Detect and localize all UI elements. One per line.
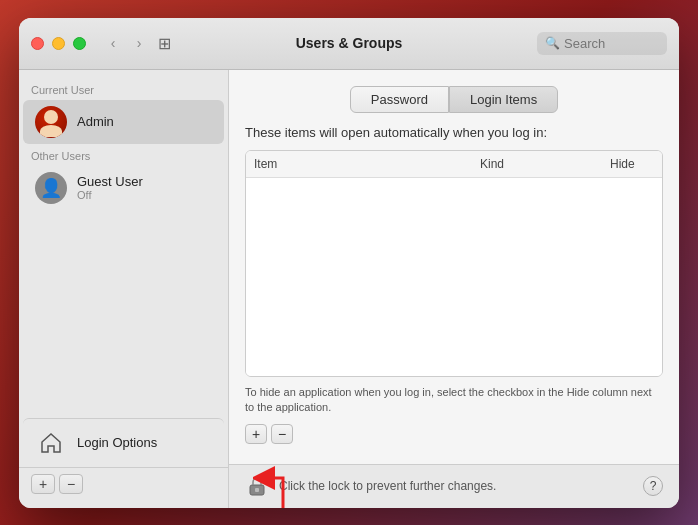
col-item-header: Item: [246, 155, 472, 173]
main-content: Current User Admin Other Users 👤: [19, 70, 679, 508]
remove-item-button[interactable]: −: [271, 424, 293, 444]
forward-button[interactable]: ›: [128, 32, 150, 54]
house-icon: [35, 427, 67, 459]
sidebar-item-guest[interactable]: 👤 Guest User Off: [23, 166, 224, 210]
guest-sub: Off: [77, 189, 143, 201]
login-options-item[interactable]: Login Options: [23, 418, 224, 467]
grid-icon[interactable]: ⊞: [158, 34, 171, 53]
close-button[interactable]: [31, 37, 44, 50]
titlebar: ‹ › ⊞ Users & Groups 🔍: [19, 18, 679, 70]
add-user-button[interactable]: +: [31, 474, 55, 494]
sidebar-bottom-buttons: + −: [19, 467, 228, 500]
col-kind-header: Kind: [472, 155, 602, 173]
table-action-row: + −: [245, 424, 663, 444]
tab-bar: Password Login Items: [245, 86, 663, 113]
admin-name: Admin: [77, 114, 114, 129]
admin-info: Admin: [77, 114, 114, 129]
login-options-label: Login Options: [77, 435, 157, 450]
right-panel: Password Login Items These items will op…: [229, 70, 679, 464]
arrow-indicator: [253, 448, 313, 508]
avatar-head: [44, 110, 58, 124]
minimize-button[interactable]: [52, 37, 65, 50]
window-title: Users & Groups: [296, 35, 403, 51]
search-input[interactable]: [564, 36, 654, 51]
traffic-lights: [31, 37, 86, 50]
col-hide-header: Hide: [602, 155, 662, 173]
sidebar-spacer: [19, 210, 228, 418]
tab-password[interactable]: Password: [350, 86, 449, 113]
back-button[interactable]: ‹: [102, 32, 124, 54]
avatar-body: [40, 125, 62, 137]
add-item-button[interactable]: +: [245, 424, 267, 444]
maximize-button[interactable]: [73, 37, 86, 50]
other-users-label: Other Users: [19, 144, 228, 166]
lock-text: Click the lock to prevent further change…: [279, 479, 633, 493]
search-icon: 🔍: [545, 36, 560, 50]
tab-login-items[interactable]: Login Items: [449, 86, 558, 113]
admin-avatar-face: [35, 106, 67, 138]
sidebar-item-admin[interactable]: Admin: [23, 100, 224, 144]
sidebar: Current User Admin Other Users 👤: [19, 70, 229, 508]
table-header: Item Kind Hide: [246, 151, 662, 178]
current-user-label: Current User: [19, 78, 228, 100]
guest-info: Guest User Off: [77, 174, 143, 201]
login-items-table: Item Kind Hide: [245, 150, 663, 377]
remove-user-button[interactable]: −: [59, 474, 83, 494]
search-bar[interactable]: 🔍: [537, 32, 667, 55]
guest-avatar: 👤: [35, 172, 67, 204]
table-body: [246, 178, 662, 376]
hint-text: To hide an application when you log in, …: [245, 385, 663, 416]
nav-arrows: ‹ ›: [102, 32, 150, 54]
guest-name: Guest User: [77, 174, 143, 189]
admin-avatar: [35, 106, 67, 138]
guest-icon: 👤: [40, 177, 62, 199]
login-items-description: These items will open automatically when…: [245, 125, 663, 140]
help-button[interactable]: ?: [643, 476, 663, 496]
